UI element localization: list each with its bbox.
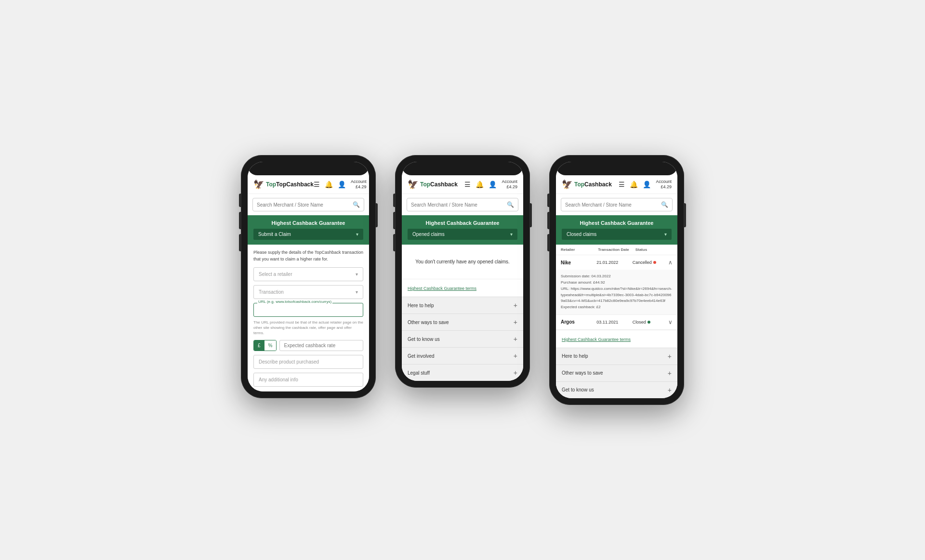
tab-chevron-3: ▾ — [664, 232, 667, 237]
claim-status-argos: Closed — [633, 320, 668, 325]
bell-icon-3[interactable]: 🔔 — [630, 181, 638, 188]
url-hint: The URL provided must be that of the act… — [253, 320, 363, 336]
claims-table-header: Retailer Transaction Date Status — [556, 245, 677, 255]
accordion-here-to-help-2[interactable]: Here to help + — [402, 297, 523, 313]
select-retailer-dropdown[interactable]: Select a retailer ▾ — [253, 267, 363, 281]
claim-row-nike: Nike 21.01.2022 Cancelled ∧ Submission d… — [556, 255, 677, 315]
col-header-date: Transaction Date — [598, 247, 635, 252]
claim-row-nike-main[interactable]: Nike 21.01.2022 Cancelled ∧ — [556, 255, 677, 270]
percent-btn[interactable]: % — [264, 340, 277, 351]
logo-bird-icon: 🦅 — [253, 179, 264, 190]
tab-opened-claims[interactable]: Opened claims ▾ — [408, 229, 517, 240]
search-input-2[interactable] — [411, 202, 507, 208]
url-field-container: URL (e.g. www.lotsofcashback.com/currys) — [253, 303, 363, 317]
accordion-other-ways-3[interactable]: Other ways to save + — [556, 365, 677, 381]
phone-2-nav: 🦅 TopCashback ☰ 🔔 👤 Account £4.29 — [402, 175, 523, 194]
accordion-here-to-help-3[interactable]: Here to help + — [556, 348, 677, 365]
claim-details-nike: Submission date: 04.03.2022 Purchase amo… — [556, 270, 677, 314]
hamburger-icon-3[interactable]: ☰ — [619, 181, 625, 188]
col-header-retailer: Retailer — [561, 247, 598, 252]
phone-1: 🦅 TopTopCashback ☰ 🔔 👤 Account £4.29 🔍 — [241, 155, 376, 398]
tab-closed-claims[interactable]: Closed claims ▾ — [562, 229, 672, 240]
accordion-get-to-know-3[interactable]: Get to know us + — [556, 381, 677, 398]
cashback-rate-input[interactable] — [279, 340, 363, 351]
url-input[interactable] — [253, 303, 363, 317]
cashback-rate-row: £ % — [253, 340, 363, 351]
search-icon-1: 🔍 — [353, 201, 360, 208]
search-input-1[interactable] — [257, 202, 353, 208]
tab-chevron-2: ▾ — [510, 232, 513, 237]
hcg-link-3[interactable]: Highest Cashback Guarantee terms — [562, 337, 631, 342]
bell-icon-2[interactable]: 🔔 — [476, 181, 484, 188]
submission-date-nike: Submission date: 04.03.2022 — [561, 273, 673, 280]
url-nike: URL: https://www.quidco.com/nike/?st=Nik… — [561, 286, 673, 304]
section-title-1: Highest Cashback Guarantee — [253, 220, 363, 226]
phone-3-logo: 🦅 TopCashback — [562, 179, 612, 190]
nav-icons-2: ☰ 🔔 👤 Account £4.29 — [464, 179, 517, 190]
phone-1-notch — [248, 162, 369, 175]
pound-btn[interactable]: £ — [254, 340, 264, 351]
claim-row-argos: Argos 03.11.2021 Closed ∨ — [556, 315, 677, 330]
section-title-3: Highest Cashback Guarantee — [562, 220, 672, 226]
additional-info-field[interactable]: Any additional info — [253, 373, 363, 387]
green-header-3: Highest Cashback Guarantee Closed claims… — [556, 215, 677, 245]
logo-text-3: TopCashback — [574, 181, 612, 188]
describe-product-field[interactable]: Describe product purchased — [253, 355, 363, 369]
green-header-1: Highest Cashback Guarantee Submit a Clai… — [248, 215, 369, 245]
accordion-legal-2[interactable]: Legal stuff + — [402, 364, 523, 381]
plus-icon-2-4: + — [514, 369, 517, 377]
claims-table: Retailer Transaction Date Status Nike 21… — [556, 245, 677, 330]
logo-bird-icon-2: 🦅 — [408, 179, 418, 190]
expand-btn-argos[interactable]: ∨ — [668, 319, 673, 326]
search-bar-1[interactable]: 🔍 — [252, 198, 364, 211]
status-dot-red-nike — [653, 261, 656, 264]
bell-icon[interactable]: 🔔 — [325, 181, 333, 188]
hamburger-icon-2[interactable]: ☰ — [464, 181, 471, 188]
user-icon[interactable]: 👤 — [338, 181, 346, 188]
phone-1-nav: 🦅 TopTopCashback ☰ 🔔 👤 Account £4.29 — [248, 175, 369, 194]
hcg-terms-link-3[interactable]: Highest Cashback Guarantee terms — [556, 330, 677, 347]
transaction-chevron: ▾ — [356, 289, 358, 295]
purchase-amount-nike: Purchase amount: £44.92 — [561, 280, 673, 286]
hcg-terms-link-2[interactable]: Highest Cashback Guarantee terms — [402, 279, 523, 296]
claim-date-argos: 03.11.2021 — [596, 320, 632, 325]
plus-icon-3-1: + — [668, 369, 672, 377]
retailer-chevron: ▾ — [356, 272, 358, 277]
search-input-3[interactable] — [565, 202, 661, 208]
footer-2: Here to help + Other ways to save + Get … — [402, 297, 523, 381]
plus-icon-3-2: + — [668, 386, 672, 394]
hamburger-icon[interactable]: ☰ — [314, 181, 320, 188]
user-icon-2[interactable]: 👤 — [489, 181, 497, 188]
accordion-get-involved-2[interactable]: Get involved + — [402, 347, 523, 364]
transaction-dropdown[interactable]: Transaction ▾ — [253, 285, 363, 299]
col-header-status: Status — [635, 247, 673, 252]
section-title-2: Highest Cashback Guarantee — [408, 220, 517, 226]
status-dot-green-argos — [648, 321, 650, 324]
green-header-2: Highest Cashback Guarantee Opened claims… — [402, 215, 523, 245]
account-info-3: Account £4.29 — [656, 179, 672, 190]
account-info: Account £4.29 — [351, 179, 367, 190]
claim-row-argos-main[interactable]: Argos 03.11.2021 Closed ∨ — [556, 315, 677, 329]
search-icon-2: 🔍 — [507, 201, 514, 208]
currency-toggle: £ % — [253, 340, 277, 351]
plus-icon-2-0: + — [514, 301, 517, 309]
claim-status-nike: Cancelled — [633, 260, 668, 265]
search-bar-2[interactable]: 🔍 — [407, 198, 518, 211]
phone-1-screen: 🦅 TopTopCashback ☰ 🔔 👤 Account £4.29 🔍 — [248, 162, 369, 391]
phone-2: 🦅 TopCashback ☰ 🔔 👤 Account £4.29 🔍 — [395, 155, 530, 388]
user-icon-3[interactable]: 👤 — [643, 181, 651, 188]
url-label: URL (e.g. www.lotsofcashback.com/currys) — [257, 300, 332, 304]
accordion-other-ways-2[interactable]: Other ways to save + — [402, 313, 523, 330]
expand-btn-nike[interactable]: ∧ — [668, 259, 673, 266]
phone-3-screen: 🦅 TopCashback ☰ 🔔 👤 Account £4.29 🔍 — [556, 162, 677, 398]
phone-2-logo: 🦅 TopCashback — [408, 179, 458, 190]
expected-cashback-nike: Expected cashback: £2 — [561, 304, 673, 311]
hcg-link-2[interactable]: Highest Cashback Guarantee terms — [408, 286, 476, 291]
plus-icon-2-3: + — [514, 352, 517, 360]
phone-3: 🦅 TopCashback ☰ 🔔 👤 Account £4.29 🔍 — [549, 155, 684, 405]
search-bar-3[interactable]: 🔍 — [561, 198, 673, 211]
phones-container: 🦅 TopTopCashback ☰ 🔔 👤 Account £4.29 🔍 — [241, 155, 684, 405]
accordion-get-to-know-2[interactable]: Get to know us + — [402, 330, 523, 347]
tab-submit-claim[interactable]: Submit a Claim ▾ — [253, 229, 363, 240]
plus-icon-2-1: + — [514, 318, 517, 326]
